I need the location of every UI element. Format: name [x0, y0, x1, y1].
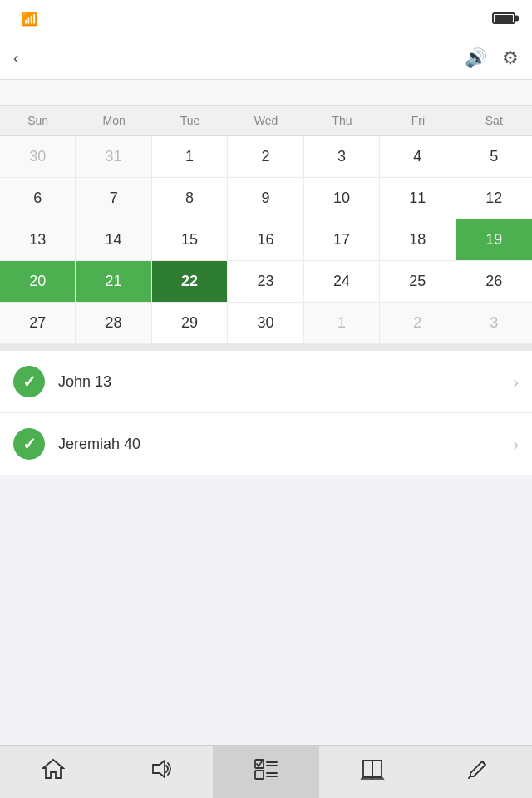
tab-plan[interactable]: [213, 746, 319, 798]
calendar-day[interactable]: 9: [228, 178, 303, 219]
calendar-day[interactable]: 8: [152, 178, 228, 219]
battery-icon: [492, 12, 515, 24]
svg-marker-0: [153, 761, 165, 777]
calendar-day[interactable]: 23: [228, 261, 303, 303]
calendar-day[interactable]: 15: [152, 219, 228, 261]
calendar-day-header: Sat: [456, 106, 532, 135]
tab-audio[interactable]: [106, 746, 213, 798]
calendar-day[interactable]: 12: [456, 178, 532, 219]
books-tab-icon: [360, 758, 385, 786]
calendar: SunMonTueWedThuFriSat 303112345678910111…: [0, 106, 532, 351]
calendar-day[interactable]: 29: [152, 303, 228, 344]
back-chevron-icon: ‹: [13, 48, 19, 67]
calendar-day[interactable]: 21: [76, 261, 151, 303]
calendar-day[interactable]: 20: [0, 261, 76, 303]
calendar-day[interactable]: 24: [304, 261, 380, 303]
svg-line-7: [482, 761, 485, 765]
chevron-right-icon: ›: [513, 435, 519, 454]
calendar-day-header: Wed: [228, 106, 303, 135]
calendar-day[interactable]: 18: [380, 219, 456, 261]
calendar-day[interactable]: 3: [304, 136, 380, 178]
reading-title: John 13: [58, 373, 513, 391]
calendar-day[interactable]: 1: [152, 136, 228, 178]
calendar-grid: 3031123456789101112131415161718192021222…: [0, 136, 532, 344]
status-carrier: 📶: [17, 11, 38, 27]
calendar-day[interactable]: 22: [152, 261, 228, 303]
checkmark: ✓: [22, 373, 37, 390]
calendar-day[interactable]: 30: [228, 303, 303, 344]
nav-actions: 🔊 ⚙: [465, 47, 519, 69]
calendar-day[interactable]: 31: [76, 136, 151, 178]
calendar-day-headers: SunMonTueWedThuFriSat: [0, 106, 532, 136]
tab-books[interactable]: [319, 746, 426, 798]
plan-tab-icon: [254, 758, 278, 786]
svg-line-8: [469, 776, 470, 778]
edit-tab-icon: [467, 758, 490, 786]
battery-container: [492, 12, 515, 24]
calendar-day[interactable]: 2: [228, 136, 303, 178]
reading-list: ✓John 13›✓Jeremiah 40›: [0, 351, 532, 475]
calendar-day[interactable]: 3: [456, 303, 532, 344]
tab-edit[interactable]: [426, 746, 532, 798]
reading-item[interactable]: ✓John 13›: [0, 351, 532, 413]
calendar-day[interactable]: 10: [304, 178, 380, 219]
back-button[interactable]: ‹: [13, 48, 22, 67]
calendar-day[interactable]: 19: [456, 219, 532, 261]
calendar-day[interactable]: 1: [304, 303, 380, 344]
calendar-day[interactable]: 30: [0, 136, 76, 178]
calendar-day[interactable]: 4: [380, 136, 456, 178]
home-icon: [42, 758, 65, 786]
calendar-day-header: Mon: [76, 106, 151, 135]
calendar-day[interactable]: 27: [0, 303, 76, 344]
calendar-day-header: Tue: [152, 106, 228, 135]
reading-item[interactable]: ✓Jeremiah 40›: [0, 413, 532, 475]
tab-home[interactable]: [0, 746, 106, 798]
calendar-day-header: Thu: [304, 106, 380, 135]
plan-title: [0, 80, 532, 106]
status-bar: 📶: [0, 0, 532, 37]
calendar-day[interactable]: 28: [76, 303, 151, 344]
calendar-day[interactable]: 16: [228, 219, 303, 261]
checkmark: ✓: [22, 436, 37, 452]
nav-bar: ‹ 🔊 ⚙: [0, 37, 532, 80]
calendar-day[interactable]: 14: [76, 219, 151, 261]
calendar-day[interactable]: 6: [0, 178, 76, 219]
reading-title: Jeremiah 40: [58, 436, 513, 453]
calendar-day[interactable]: 11: [380, 178, 456, 219]
audio-tab-icon: [148, 758, 171, 786]
audio-icon[interactable]: 🔊: [465, 47, 487, 69]
svg-rect-4: [255, 771, 264, 779]
calendar-day[interactable]: 2: [380, 303, 456, 344]
calendar-day-header: Sun: [0, 106, 76, 135]
calendar-day[interactable]: 25: [380, 261, 456, 303]
completed-icon: ✓: [13, 366, 45, 397]
calendar-day[interactable]: 7: [76, 178, 151, 219]
calendar-day[interactable]: 5: [456, 136, 532, 178]
wifi-icon: 📶: [22, 11, 38, 27]
chevron-right-icon: ›: [513, 372, 519, 392]
tab-bar: [0, 745, 532, 798]
completed-icon: ✓: [13, 428, 45, 460]
calendar-day[interactable]: 13: [0, 219, 76, 261]
settings-icon[interactable]: ⚙: [502, 47, 519, 69]
calendar-day[interactable]: 26: [456, 261, 532, 303]
calendar-day[interactable]: 17: [304, 219, 380, 261]
calendar-day-header: Fri: [380, 106, 456, 135]
